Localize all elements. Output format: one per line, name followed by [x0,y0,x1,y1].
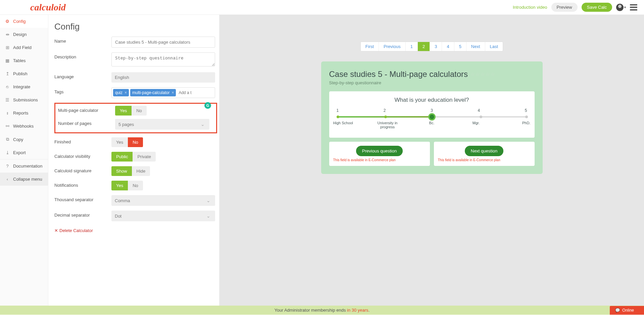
description-input[interactable]: Step-by-step questionnaire [111,52,215,66]
pager-previous[interactable]: Previous [379,42,406,51]
description-label: Description [54,52,111,59]
save-button[interactable]: Save Calc [582,3,612,12]
education-slider[interactable]: 12345 High SchoolUniversity in progressB… [335,108,529,131]
sidebar-label: Publish [13,71,28,76]
sidebar-item-collapse-menu[interactable]: ‹Collapse menu [0,173,48,186]
signature-show[interactable]: Show [111,166,132,176]
calculator-card: Case studies 5 - Multi-page calculators … [321,61,543,174]
sidebar-label: Integrate [13,84,30,89]
next-question-button[interactable]: Next question [465,146,504,156]
sidebar-item-webhooks[interactable]: ⚯Webhooks [0,120,48,133]
tag-multi-page-calculator[interactable]: multi-page-calculator × [130,89,176,96]
signature-toggle[interactable]: Show Hide [111,166,150,176]
notifications-no[interactable]: No [128,181,143,190]
sidebar-item-documentation[interactable]: ?Documentation [0,159,48,173]
multipage-no[interactable]: No [132,106,147,116]
prev-question-card: Previous question This field is availabl… [329,142,430,166]
signature-hide[interactable]: Hide [132,166,150,176]
x-icon: ✕ [54,228,58,233]
signature-label: Calculoid signature [54,166,111,173]
intro-video-link[interactable]: Introduction video [513,5,547,10]
visibility-private[interactable]: Private [133,152,155,162]
visibility-label: Calculator visibility [54,152,111,159]
config-title: Config [54,21,219,32]
tags-field[interactable]: quiz ×multi-page-calculator × [111,87,215,98]
visibility-toggle[interactable]: Public Private [111,152,156,162]
online-chat-button[interactable]: 💬 Online [610,306,644,315]
pager-next[interactable]: Next [466,42,485,51]
sidebar-label: Add Field [13,45,32,50]
calc-subtitle: Step-by-step questionnaire [329,80,535,85]
footer: Your Administrator membership ends in 30… [0,306,644,315]
visibility-public[interactable]: Public [111,152,133,162]
tags-label: Tags [54,87,111,94]
prev-question-button[interactable]: Previous question [356,146,403,156]
ecommerce-note: This field is available in E-Commerce pl… [333,158,426,162]
chevron-down-icon: ⌄ [205,213,212,219]
sidebar-icon: ⫾ [5,110,10,116]
decimal-select[interactable]: Dot⌄ [111,211,215,221]
sidebar-item-reports[interactable]: ⫾Reports [0,106,48,120]
sidebar-icon: ⎋ [5,84,10,89]
language-select[interactable]: English [111,72,215,83]
sidebar-label: Webhooks [13,124,34,129]
multipage-yes[interactable]: Yes [115,106,132,116]
hamburger-menu[interactable] [630,4,637,10]
sidebar-item-publish[interactable]: ↥Publish [0,67,48,80]
pager-4[interactable]: 4 [442,42,454,51]
sidebar-item-export[interactable]: ⤓Export [0,146,48,159]
name-input[interactable] [111,37,215,48]
delete-calculator-link[interactable]: ✕Delete Calculator [54,228,93,233]
tag-remove-icon[interactable]: × [125,90,127,95]
sidebar-icon: ▦ [5,58,10,63]
header: calculoid Introduction video Preview Sav… [0,0,644,15]
pager-5[interactable]: 5 [454,42,466,51]
sidebar-item-add-field[interactable]: ⊞Add Field [0,41,48,54]
sidebar-icon: ⤓ [5,150,10,155]
logo[interactable]: calculoid [30,2,66,13]
pager-last[interactable]: Last [485,42,503,51]
rating-stars[interactable]: ☆☆☆☆☆ [470,72,496,77]
pager-2[interactable]: 2 [418,42,430,51]
pager-3[interactable]: 3 [430,42,442,51]
sidebar-item-submissions[interactable]: ☰Submissions [0,93,48,106]
tag-input[interactable] [177,89,194,96]
sidebar-label: Config [13,19,26,24]
finished-toggle[interactable]: Yes No [111,137,143,147]
sidebar-label: Design [13,32,27,37]
decimal-label: Decimal separator [54,211,111,218]
sidebar-item-integrate[interactable]: ⎋Integrate [0,80,48,93]
thousand-label: Thousand separator [54,195,111,202]
finished-no[interactable]: No [128,137,143,147]
multipage-toggle[interactable]: Yes No [115,106,147,116]
sidebar-item-tables[interactable]: ▦Tables [0,54,48,67]
sidebar-icon: ⧉ [5,137,10,142]
finished-yes[interactable]: Yes [111,137,128,147]
sidebar-item-config[interactable]: ⚙Config [0,15,48,28]
thousand-select[interactable]: Comma⌄ [111,195,215,206]
slider-thumb[interactable] [428,113,436,121]
sidebar-label: Export [13,150,26,155]
sidebar-label: Submissions [13,97,38,102]
pages-select[interactable]: 5 pages⌄ [115,119,209,130]
caret-down-icon: ▾ [624,5,626,9]
sidebar-item-copy[interactable]: ⧉Copy [0,133,48,146]
user-menu[interactable]: ▾ [616,4,626,11]
question-card: What is your education level? 12345 High… [329,91,535,138]
language-label: Language [54,72,111,79]
sidebar-icon: ☰ [5,97,10,102]
preview-area: FirstPrevious12345NextLast Case studies … [219,15,644,306]
notifications-toggle[interactable]: Yes No [111,181,143,190]
pager-first[interactable]: First [361,42,379,51]
config-panel: Config Name Description Step-by-step que… [48,15,219,306]
preview-button[interactable]: Preview [551,3,578,12]
multipage-label: Multi-page calculator [58,106,115,113]
tag-quiz[interactable]: quiz × [113,89,129,96]
footer-text: Your Administrator membership ends [275,308,347,313]
pager: FirstPrevious12345NextLast [360,42,503,51]
sidebar-item-design[interactable]: ⇹Design [0,28,48,41]
tag-remove-icon[interactable]: × [171,90,174,95]
notifications-yes[interactable]: Yes [111,181,128,190]
sidebar-icon: ⚯ [5,124,10,129]
pager-1[interactable]: 1 [406,42,418,51]
